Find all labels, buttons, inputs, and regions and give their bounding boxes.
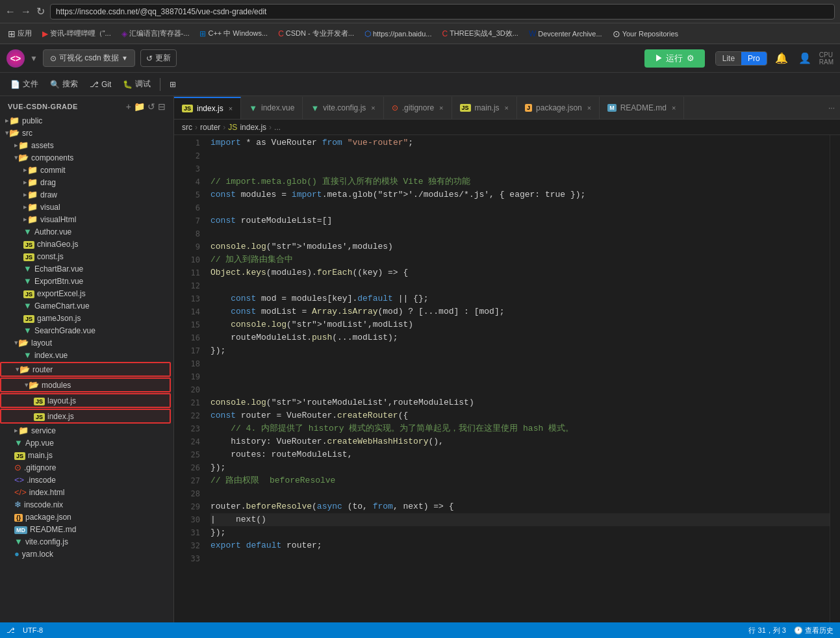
tab-more-button[interactable]: ··· [823,97,840,119]
tab-close-button[interactable]: × [587,104,591,112]
tree-item-components[interactable]: ▾ 📂 components [0,151,173,164]
tree-item-exportbtn-vue[interactable]: ▼ ExportBtn.vue [0,275,173,287]
tree-item-service[interactable]: ▸ 📁 service [0,424,173,437]
url-bar[interactable] [50,4,835,19]
github-icon: ⊙ [613,29,620,39]
tree-item-router[interactable]: ▾ 📂 router [0,362,171,377]
search-icon: 🔍 [50,80,60,89]
new-folder-button[interactable]: 📁 [134,101,145,112]
tree-item-layout[interactable]: ▾ 📂 layout [0,337,173,349]
tab-close-button[interactable]: × [672,104,676,112]
ide-secondary-toolbar: 📄 文件 🔍 搜索 ⎇ Git 🐛 调试 ⊞ [0,73,840,96]
tree-item-visualHtml[interactable]: ▸ 📁 visualHtml [0,213,173,225]
tree-item-layout-index-vue[interactable]: ▼ index.vue [0,349,173,361]
tree-item-router-index-js[interactable]: JS index.js [0,409,171,424]
tree-item-src[interactable]: ▾ 📂 src [0,127,173,139]
tree-item-readme-md[interactable]: MD README.md [0,523,173,535]
folder-icon: 📂 [18,153,29,162]
debug-icon: 🐛 [123,80,133,89]
collapse-tree-button[interactable]: ⊟ [158,101,166,112]
ide-brand-button[interactable]: ⊙ 可视化 csdn 数据 ▼ [43,49,135,67]
code-line-17: }); [210,344,830,357]
tree-item-yarn-lock[interactable]: ● yarn.lock [0,548,173,560]
bookmark-devcenter[interactable]: W Devcenter Archive... [525,28,606,40]
tab-close-button[interactable]: × [229,105,233,112]
tree-item-gitignore[interactable]: ⊙ .gitignore [0,461,173,474]
pro-button[interactable]: Pro [741,52,767,65]
back-button[interactable]: ← [5,6,16,18]
code-line-1: import * as VueRouter from "vue-router"; [210,136,830,149]
tree-item-public[interactable]: ▸ 📁 public [0,114,173,127]
browser-nav-bar: ← → ↻ [0,0,840,23]
tree-item-main-js[interactable]: JS main.js [0,449,173,461]
git-menu-button[interactable]: ⎇ Git [84,78,116,91]
tree-item-chinaGeo-js[interactable]: JS chinaGeo.js [0,238,173,250]
code-line-32: export default router; [210,539,830,552]
bookmark-baidu-pan[interactable]: ⬡ https://pan.baidu... [361,28,436,40]
refresh-tree-button[interactable]: ↺ [147,101,155,112]
tab-close-button[interactable]: × [371,104,375,112]
tab-close-button[interactable]: × [439,104,443,112]
tab-gitignore[interactable]: ⊙ .gitignore× [384,97,452,119]
lite-button[interactable]: Lite [716,52,741,65]
tree-item-exportExcel-js[interactable]: JS exportExcel.js [0,287,173,300]
bookmark-three-js[interactable]: C THREE实战4_3D效... [438,27,522,40]
tree-item-drag[interactable]: ▸ 📁 drag [0,176,173,188]
layout-toggle-button[interactable]: ⊞ [164,78,181,91]
tree-item-draw[interactable]: ▸ 📁 draw [0,188,173,201]
tab-vite-config[interactable]: ▼ vite.config.js× [303,97,383,119]
file-menu-button[interactable]: 📄 文件 [5,77,44,92]
tree-item-inscode-nix[interactable]: ❄ inscode.nix [0,498,173,511]
tree-item-gameChart-vue[interactable]: ▼ GameChart.vue [0,300,173,312]
tab-index-vue[interactable]: ▼ index.vue [241,97,303,119]
breadcrumb-filename: index.js [240,123,266,132]
forward-button[interactable]: → [21,6,31,18]
code-content[interactable]: import * as VueRouter from "vue-router";… [205,135,830,622]
tree-item-vite-config-js[interactable]: ▼ vite.config.js [0,535,173,548]
bookmark-compiler[interactable]: ◈ 汇编语言|寄存器-... [118,27,194,40]
folder-icon: 📁 [27,202,38,212]
line-number-7: 7 [179,214,200,227]
update-button[interactable]: ↺ 更新 [140,49,177,67]
tree-item-modules[interactable]: ▾ 📂 modules [0,377,171,392]
tab-label: README.md [620,103,667,112]
tree-item-app-vue[interactable]: ▼ App.vue [0,437,173,449]
bookmark-your-repos[interactable]: ⊙ Your Repositories [609,27,682,40]
tab-package-json[interactable]: J package.json× [517,97,600,119]
history-link[interactable]: 🕐 查看历史 [794,626,834,635]
tree-item-package-json[interactable]: {} package.json [0,511,173,523]
tree-item-commit[interactable]: ▸ 📁 commit [0,164,173,176]
line-number-3: 3 [179,162,200,175]
new-file-button[interactable]: + [126,101,131,112]
vue-icon: ▼ [14,438,23,448]
bookmark-cpp[interactable]: ⊞ C++ 中 Windows... [196,27,272,40]
search-menu-button[interactable]: 🔍 搜索 [45,77,83,92]
notification-button[interactable]: 🔔 [772,51,791,66]
tree-item-visual[interactable]: ▸ 📁 visual [0,201,173,213]
bookmark-csdn-news[interactable]: ▶ 资讯-哔哩哔哩（"... [38,27,115,40]
tree-item-label: components [31,153,73,162]
tree-item-layout-js[interactable]: JS layout.js [0,393,171,408]
tree-item-searchGrade-vue[interactable]: ▼ SearchGrade.vue [0,324,173,337]
bookmark-apps[interactable]: ⊞ 应用 [4,27,36,40]
tree-item-echartbar-vue[interactable]: ▼ EchartBar.vue [0,262,173,275]
refresh-button[interactable]: ↻ [36,5,45,18]
line-number-4: 4 [179,175,200,188]
tab-label: .gitignore [402,103,434,112]
tree-item-inscode-cfg[interactable]: <> .inscode [0,474,173,486]
run-button[interactable]: ▶ 运行 ⚙ [644,49,705,68]
tree-item-assets[interactable]: ▸ 📁 assets [0,139,173,151]
tab-index-js[interactable]: JS index.js× [174,97,241,119]
tab-main-js[interactable]: JS main.js× [452,97,517,119]
debug-menu-button[interactable]: 🐛 调试 [118,77,156,92]
tree-item-author-vue[interactable]: ▼ Author.vue [0,225,173,238]
tab-readme-md[interactable]: M README.md× [600,97,684,119]
code-line-10: // 加入到路由集合中 [210,253,830,266]
user-button[interactable]: 👤 [796,51,814,66]
bookmark-csdn-dev[interactable]: C CSDN - 专业开发者... [274,27,358,40]
tree-item-gameJson-js[interactable]: JS gameJson.js [0,312,173,324]
tab-close-button[interactable]: × [505,104,509,112]
tree-item-const-js[interactable]: JS const.js [0,250,173,262]
tree-item-label: vite.config.js [25,537,68,546]
tree-item-index-html[interactable]: </> index.html [0,486,173,498]
